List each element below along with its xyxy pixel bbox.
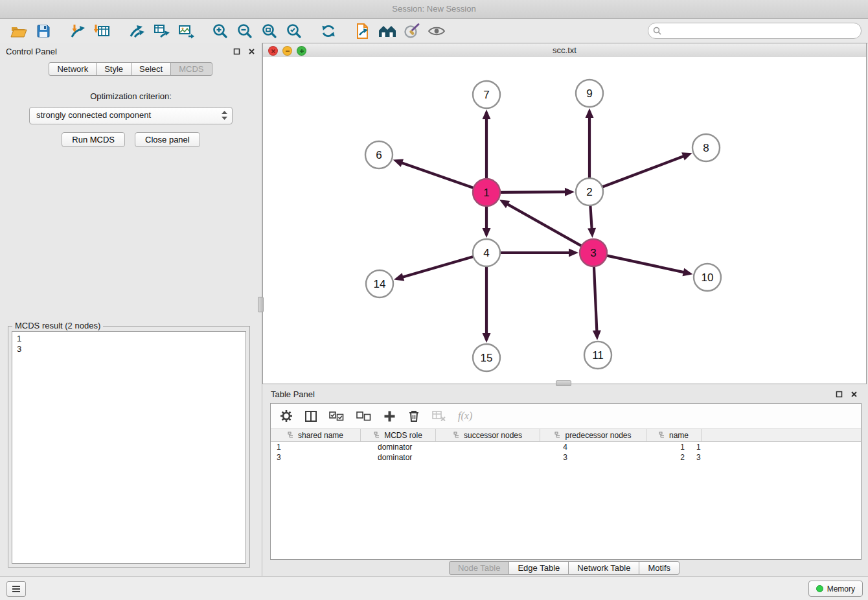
cell-name[interactable]: 3 [691, 452, 757, 463]
graph-edge-3-10[interactable] [608, 256, 686, 273]
horizontal-splitter-grip[interactable] [556, 380, 571, 386]
table-tab-edge-table[interactable]: Edge Table [508, 561, 569, 575]
table-row[interactable]: 1dominator411 [271, 442, 861, 452]
float-panel-button[interactable] [232, 47, 241, 56]
home-browser-button[interactable] [375, 21, 400, 41]
cell-predecessor-nodes[interactable]: 2 [573, 452, 691, 463]
plus-icon [383, 410, 396, 422]
column-header-successor-nodes[interactable]: successor nodes [436, 429, 540, 441]
table-row[interactable]: 3dominator323 [271, 452, 861, 463]
graph-edge-1-2[interactable] [501, 192, 567, 192]
export-image-button[interactable] [174, 21, 198, 41]
column-header-label: name [669, 431, 689, 440]
table-toolbar: f(x) [271, 404, 861, 429]
import-table-icon [94, 23, 111, 40]
float-table-panel-button[interactable] [834, 390, 843, 399]
minimize-window-icon[interactable] [282, 46, 292, 56]
network-modification-button[interactable] [124, 21, 149, 41]
cell-successor-nodes[interactable]: 4 [458, 442, 573, 452]
graph-edge-4-14[interactable] [401, 257, 473, 277]
cell-successor-nodes[interactable]: 3 [458, 452, 573, 463]
control-panel-tab-network[interactable]: Network [49, 62, 97, 76]
select-all-button[interactable] [329, 411, 344, 421]
control-panel: Control Panel NetworkStyleSelectMCDS Opt… [0, 43, 262, 577]
column-header-MCDS-role[interactable]: MCDS role [361, 429, 436, 441]
create-column-button[interactable] [383, 410, 396, 422]
column-tree-icon [659, 432, 666, 439]
graph-node-label: 11 [592, 349, 604, 362]
import-public-network-button[interactable] [350, 21, 375, 41]
cell-shared-name[interactable]: 1 [271, 442, 372, 452]
run-mcds-button[interactable]: Run MCDS [62, 132, 125, 147]
zoom-in-button[interactable] [208, 21, 233, 41]
edge-arrowhead-icon [565, 188, 575, 196]
open-session-button[interactable] [6, 21, 31, 41]
import-table-button[interactable] [90, 21, 115, 41]
save-session-button[interactable] [31, 21, 56, 41]
deselect-all-button[interactable] [356, 411, 371, 421]
zoom-fit-button[interactable] [257, 21, 282, 41]
mcds-result-item[interactable]: 1 [17, 334, 241, 344]
maximize-window-icon[interactable] [297, 46, 306, 56]
criterion-dropdown[interactable]: strongly connected component [29, 107, 233, 124]
import-network-button[interactable] [65, 21, 90, 41]
column-header-label: MCDS role [384, 431, 422, 440]
graph-edge-2-3[interactable] [590, 206, 591, 231]
close-control-panel-button[interactable] [247, 47, 256, 56]
graph-edge-1-6[interactable] [400, 162, 473, 188]
zoom-selected-button[interactable] [282, 21, 306, 41]
show-columns-button[interactable] [305, 411, 317, 422]
delete-table-button-disabled [432, 411, 446, 421]
cell-name[interactable]: 1 [691, 442, 757, 452]
table-settings-button[interactable] [280, 410, 293, 422]
graph-edge-2-8[interactable] [603, 156, 686, 187]
mcds-result-list[interactable]: 13 [12, 331, 246, 564]
graph-node-label: 7 [483, 89, 489, 101]
column-header-predecessor-nodes[interactable]: predecessor nodes [540, 429, 646, 441]
control-panel-tab-style[interactable]: Style [96, 62, 131, 76]
graph-node-label: 2 [586, 186, 592, 198]
apply-layout-button[interactable] [316, 21, 341, 41]
network-table-button[interactable] [149, 21, 174, 41]
apply-style-button[interactable] [400, 21, 424, 41]
zoom-out-icon [236, 23, 253, 40]
close-mcds-panel-button[interactable]: Close panel [135, 132, 200, 147]
edge-arrowhead-icon [593, 330, 601, 340]
column-tree-icon [288, 432, 295, 439]
cell-MCDS-role[interactable]: dominator [372, 442, 458, 452]
mcds-result-item[interactable]: 3 [17, 344, 241, 354]
edge-arrowhead-icon [569, 249, 578, 257]
table-header-row: shared nameMCDS rolesuccessor nodesprede… [271, 429, 861, 442]
network-canvas[interactable]: 7968124314101511 [262, 57, 867, 384]
graph-edge-3-1[interactable] [506, 203, 581, 246]
graph-edge-3-11[interactable] [594, 267, 597, 333]
table-tab-motifs[interactable]: Motifs [639, 561, 680, 575]
cell-MCDS-role[interactable]: dominator [372, 452, 458, 463]
show-panels-button[interactable] [6, 581, 26, 597]
close-table-panel-button[interactable] [849, 390, 858, 399]
table-tab-node-table[interactable]: Node Table [449, 561, 510, 575]
edge-arrowhead-icon [483, 110, 491, 119]
show-graphics-details-button[interactable] [424, 21, 449, 41]
column-header-shared-name[interactable]: shared name [271, 429, 361, 441]
column-header-name[interactable]: name [646, 429, 702, 441]
vertical-splitter-grip[interactable] [258, 297, 264, 312]
search-input[interactable] [648, 23, 862, 39]
table-body: 1dominator4113dominator323 [271, 442, 861, 559]
cell-shared-name[interactable]: 3 [271, 452, 372, 463]
zoom-out-button[interactable] [233, 21, 257, 41]
network-window-titlebar[interactable]: scc.txt [262, 43, 867, 58]
delete-column-button[interactable] [408, 410, 420, 422]
table-tab-network-table[interactable]: Network Table [568, 561, 639, 575]
close-window-icon[interactable] [268, 46, 278, 56]
function-builder-button[interactable]: f(x) [458, 410, 472, 422]
control-panel-tab-mcds[interactable]: MCDS [170, 62, 212, 76]
memory-button[interactable]: Memory [808, 581, 863, 597]
mcds-result-title: MCDS result (2 nodes) [12, 321, 103, 330]
cell-predecessor-nodes[interactable]: 1 [573, 442, 691, 452]
edge-arrowhead-icon [394, 273, 404, 281]
control-panel-tab-select[interactable]: Select [131, 62, 171, 76]
table-panel-header: Table Panel [262, 386, 867, 403]
window-title: Session: New Session [392, 4, 475, 14]
refresh-icon [320, 23, 337, 40]
